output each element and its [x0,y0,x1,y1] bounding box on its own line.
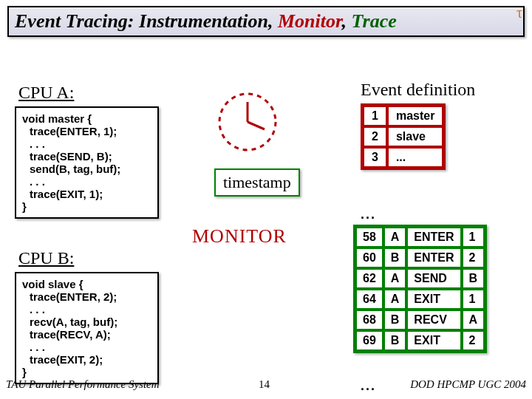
trace-table: 58AENTER1 60BENTER2 62ASENDB 64AEXIT1 68… [353,225,487,353]
code-line: send(B, tag, buf); [30,163,151,175]
clock-icon [214,89,281,155]
cpu-a-code: void master { trace(ENTER, 1); . . . tra… [15,106,159,219]
code-line: trace(SEND, B); [30,150,151,163]
cpu-b-heading: CPU B: [18,248,74,268]
event-definition-heading: Event definition [361,80,475,100]
table-row: 58AENTER1 [355,227,485,248]
title-word-1: Event Tracing: [15,10,134,32]
code-line: trace(EXIT, 1); [30,188,151,200]
cpu-b-code: void slave { trace(ENTER, 2); . . . recv… [15,272,159,384]
code-line: . . . [30,303,151,316]
code-line: } [22,366,151,378]
table-row: 69BEXIT2 [355,330,485,351]
page-number: 14 [259,378,270,391]
code-line: . . . [30,175,151,188]
timestamp-box: timestamp [214,168,300,197]
code-line: trace(ENTER, 1); [30,125,151,137]
table-row: 3... [363,147,443,168]
title-word-instrumentation: Instrumentation [139,10,268,32]
code-line: trace(EXIT, 2); [30,353,151,366]
table-row: 68BRECVA [355,310,485,330]
footer-right: DOD HPCMP UGC 2004 [410,378,526,391]
event-definition-table: 1master 2slave 3... [361,103,446,170]
table-row: 62ASENDB [355,268,485,289]
trace-ellipsis-bottom: ... [361,378,376,394]
table-row: 2slave [363,126,443,147]
code-line: trace(ENTER, 2); [30,290,151,303]
code-line: void master { [22,112,151,125]
code-line: recv(A, tag, buf); [30,316,151,328]
trace-ellipsis-top: ... [361,207,376,222]
code-line: } [22,200,151,213]
table-row: 60BENTER2 [355,248,485,268]
slide-title: Event Tracing: Instrumentation, Monitor,… [7,6,525,37]
code-line: . . . [30,341,151,353]
title-word-trace: Trace [352,10,397,32]
title-word-monitor: Monitor [278,10,342,32]
table-row: 1master [363,106,443,126]
code-line: . . . [30,137,151,150]
code-line: void slave { [22,278,151,290]
monitor-label: MONITOR [192,225,287,248]
footer-left: TAU Parallel Performance System [6,378,160,391]
tau-logo: τ [508,0,531,38]
cpu-a-heading: CPU A: [18,83,74,103]
table-row: 64AEXIT1 [355,289,485,310]
code-line: trace(RECV, A); [30,328,151,341]
